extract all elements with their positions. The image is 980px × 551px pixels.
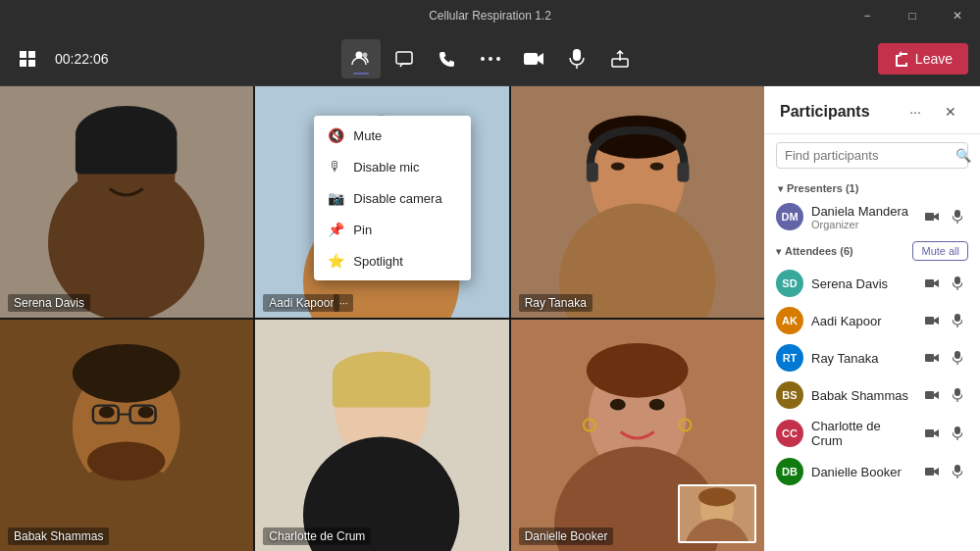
search-bar: 🔍 — [776, 142, 968, 169]
camera-icon — [925, 278, 939, 288]
chat-icon — [394, 49, 414, 69]
video-tile-ray: Ray Tanaka — [511, 86, 764, 318]
serena-mic-btn[interactable] — [947, 273, 968, 294]
serena-camera-btn[interactable] — [921, 273, 943, 294]
mic-button[interactable] — [557, 39, 596, 78]
disable-mic-icon: 🎙 — [328, 159, 343, 175]
babak-avatar: BS — [776, 381, 803, 409]
babak-face-svg — [0, 320, 253, 551]
danielle-camera-btn[interactable] — [921, 461, 943, 482]
grid-view-button[interactable] — [12, 43, 43, 75]
ray-name-label: Ray Tanaka — [519, 294, 593, 312]
svg-point-40 — [138, 407, 154, 419]
menu-item-spotlight[interactable]: ⭐ Spotlight — [314, 245, 471, 276]
camera-icon — [925, 467, 939, 476]
call-button[interactable] — [428, 39, 467, 78]
daniela-info: Daniela Mandera Organizer — [811, 204, 913, 230]
svg-point-5 — [362, 52, 367, 57]
babak-mic-btn[interactable] — [947, 384, 968, 406]
attendees-toggle[interactable]: ▾ — [776, 246, 781, 257]
svg-rect-6 — [396, 52, 412, 64]
attendee-item-ray: RT Ray Tanaka — [764, 339, 980, 376]
attendees-section-header: ▾ Attendees (6) Mute all — [764, 235, 980, 265]
serena-face-svg — [0, 86, 253, 318]
toolbar-left: 00:22:06 — [12, 43, 337, 75]
camera-button[interactable] — [514, 39, 553, 78]
menu-item-pin[interactable]: 📌 Pin — [314, 214, 471, 245]
grid-icon — [20, 51, 35, 67]
video-tile-aadi: Aadi Kapoor ··· 🔇 Mute 🎙 Disable mic 📷 D… — [255, 86, 508, 318]
attendees-section-label: ▾ Attendees (6) — [776, 245, 912, 257]
svg-rect-71 — [925, 317, 934, 325]
window-title: Cellular Respiration 1.2 — [429, 9, 551, 23]
share-button[interactable] — [600, 39, 640, 78]
svg-rect-11 — [573, 49, 581, 61]
attendee-item-aadi: AK Aadi Kapoor — [764, 302, 980, 339]
menu-item-disable-camera[interactable]: 📷 Disable camera — [314, 182, 471, 214]
more-button[interactable] — [471, 39, 510, 78]
search-input[interactable] — [785, 148, 950, 163]
minimize-button[interactable]: − — [845, 0, 890, 31]
danielle-mic-btn[interactable] — [947, 461, 968, 482]
aadi-actions — [921, 310, 968, 331]
ray-camera-btn[interactable] — [921, 347, 943, 369]
aadi-more-button[interactable]: ··· — [334, 294, 353, 312]
camera-icon — [925, 212, 939, 222]
restore-button[interactable]: □ — [890, 0, 935, 31]
ray-participant-name: Ray Tanaka — [811, 351, 913, 366]
babak-camera-btn[interactable] — [921, 384, 943, 406]
camera-icon — [925, 316, 939, 326]
charlotte-mic-btn[interactable] — [947, 423, 968, 444]
aadi-participant-name: Aadi Kapoor — [811, 314, 913, 328]
pin-icon: 📌 — [328, 222, 343, 237]
toolbar-center — [341, 39, 640, 78]
panel-close-button[interactable]: ✕ — [937, 98, 964, 125]
charlotte-camera-btn[interactable] — [921, 423, 943, 444]
aadi-avatar: AK — [776, 307, 803, 334]
presenter-item-daniela: DM Daniela Mandera Organizer — [764, 198, 980, 235]
camera-icon — [925, 353, 939, 363]
mic-icon — [569, 48, 585, 70]
leave-button[interactable]: Leave — [878, 43, 968, 75]
svg-rect-81 — [954, 426, 960, 434]
aadi-mic-btn[interactable] — [947, 310, 968, 331]
aadi-camera-btn[interactable] — [921, 310, 943, 331]
presenters-toggle[interactable]: ▾ — [778, 183, 783, 194]
chat-button[interactable] — [385, 39, 424, 78]
phone-icon — [438, 49, 457, 69]
daniela-camera-btn[interactable] — [921, 206, 943, 227]
menu-item-mute[interactable]: 🔇 Mute — [314, 120, 471, 151]
aadi-name-label: Aadi Kapoor — [263, 294, 339, 312]
toolbar-right: Leave — [644, 43, 969, 75]
ray-avatar: RT — [776, 344, 803, 372]
share-icon — [610, 49, 630, 69]
video-tile-babak: Babak Shammas — [0, 320, 253, 551]
svg-rect-2 — [20, 60, 26, 67]
svg-point-58 — [587, 343, 689, 398]
svg-rect-72 — [954, 314, 960, 322]
close-button[interactable]: ✕ — [935, 0, 980, 31]
panel-more-button[interactable]: ··· — [902, 98, 929, 125]
menu-item-disable-mic[interactable]: 🎙 Disable mic — [314, 151, 471, 182]
camera-icon — [925, 428, 939, 438]
mute-all-button[interactable]: Mute all — [912, 241, 968, 261]
charlotte-video — [255, 320, 508, 551]
charlotte-name-label: Charlotte de Crum — [263, 527, 371, 545]
babak-participant-name: Babak Shammas — [811, 388, 913, 403]
daniela-avatar: DM — [776, 203, 803, 230]
attendee-item-serena: SD Serena Davis — [764, 265, 980, 302]
daniela-mic-btn[interactable] — [947, 206, 968, 227]
serena-name-label: Serena Davis — [8, 294, 90, 312]
svg-point-39 — [99, 407, 115, 419]
svg-rect-68 — [925, 279, 934, 287]
ray-mic-btn[interactable] — [947, 347, 968, 369]
serena-participant-name: Serena Davis — [811, 276, 913, 291]
spotlight-icon: ⭐ — [328, 253, 343, 269]
title-bar: Cellular Respiration 1.2 − □ ✕ — [0, 0, 980, 31]
svg-rect-80 — [925, 429, 934, 437]
ray-actions — [921, 347, 968, 369]
participants-button[interactable] — [341, 39, 381, 78]
mic-icon — [953, 276, 962, 290]
svg-rect-35 — [677, 163, 689, 182]
svg-rect-83 — [925, 468, 934, 476]
